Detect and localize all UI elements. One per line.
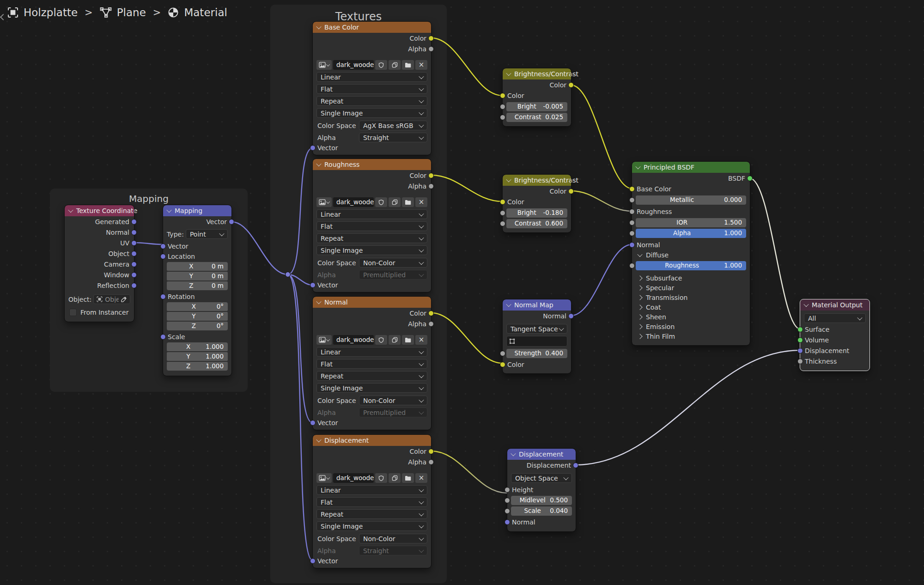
uv-output-socket[interactable] xyxy=(131,240,137,246)
normal-output-socket[interactable] xyxy=(568,313,574,319)
source-select[interactable]: Single Image xyxy=(316,108,427,118)
image-name-field[interactable]: dark_wooden_pl... xyxy=(333,473,374,483)
collapse-icon[interactable] xyxy=(506,302,511,307)
vector-input-socket[interactable] xyxy=(310,558,316,564)
color-output-socket[interactable] xyxy=(428,36,434,41)
bright-slider[interactable]: Bright-0.005 xyxy=(506,102,567,111)
copy-icon[interactable] xyxy=(389,60,401,70)
color-space-select[interactable]: Non-Color xyxy=(359,258,427,268)
normal-output-socket[interactable] xyxy=(131,230,137,235)
thickness-input-socket[interactable] xyxy=(797,359,803,364)
object-picker-field[interactable]: Objec xyxy=(93,294,130,304)
wire-roughness-to-brightcontrast2[interactable] xyxy=(431,175,503,201)
scale-slider[interactable]: Scale0.040 xyxy=(511,506,572,516)
reflection-output-socket[interactable] xyxy=(131,283,137,288)
node-normal-map[interactable]: Normal Map Normal Tangent Space Strength… xyxy=(503,299,571,373)
location-input-socket[interactable] xyxy=(160,254,166,259)
collapse-icon[interactable] xyxy=(316,24,321,29)
metallic-slider[interactable]: Metallic0.000 xyxy=(636,195,746,205)
diffuse-roughness-slider[interactable]: Roughness1.000 xyxy=(636,261,746,270)
collapse-icon[interactable] xyxy=(511,451,516,456)
fake-user-button[interactable] xyxy=(375,335,387,345)
contrast-slider[interactable]: Contrast0.600 xyxy=(506,219,567,228)
collapse-icon[interactable] xyxy=(506,71,511,76)
wire-disptex-to-displacement[interactable] xyxy=(431,451,507,493)
color-output-socket[interactable] xyxy=(428,173,434,178)
alpha-output-socket[interactable] xyxy=(428,459,434,465)
wire-basecolor-to-brightcontrast1[interactable] xyxy=(431,38,503,96)
node-mapping[interactable]: Mapping Vector Type: Point Vector Locati… xyxy=(163,205,231,376)
color-space-select[interactable]: AgX Base sRGB xyxy=(359,121,427,130)
node-material-output[interactable]: Material Output All Surface Volume Displ… xyxy=(800,299,869,371)
color-space-select[interactable]: Non-Color xyxy=(359,534,427,543)
scale-input-socket[interactable] xyxy=(160,334,166,340)
wire-normalmap-to-principled[interactable] xyxy=(571,244,632,316)
alpha-mode-select[interactable]: Premultiplied xyxy=(359,408,427,417)
panel-subsurface[interactable]: Subsurface xyxy=(632,273,750,283)
vector-input-socket[interactable] xyxy=(310,145,316,151)
contrast-input-socket[interactable] xyxy=(500,221,505,226)
mapping-type-select[interactable]: Point xyxy=(186,229,228,239)
ior-slider[interactable]: IOR1.500 xyxy=(636,218,746,227)
node-texture-coordinate[interactable]: Texture Coordinate Generated Normal UV O… xyxy=(65,205,134,322)
ior-input-socket[interactable] xyxy=(629,220,635,225)
projection-select[interactable]: Flat xyxy=(316,497,427,507)
wire-reroute-to-displacement-vector[interactable] xyxy=(288,274,313,561)
eyedropper-icon[interactable] xyxy=(121,296,127,302)
generated-output-socket[interactable] xyxy=(131,219,137,225)
scale-y-slider[interactable]: Y1.000 xyxy=(167,352,228,361)
color-output-socket[interactable] xyxy=(428,449,434,454)
midlevel-input-socket[interactable] xyxy=(505,498,510,503)
rotation-y-slider[interactable]: Y0° xyxy=(167,312,228,321)
collapse-icon[interactable] xyxy=(506,177,511,182)
alpha-input-socket[interactable] xyxy=(629,231,635,236)
folder-icon[interactable] xyxy=(402,197,414,207)
panel-diffuse[interactable]: Diffuse xyxy=(632,250,750,260)
node-header[interactable]: Principled BSDF xyxy=(632,162,750,173)
extension-select[interactable]: Repeat xyxy=(316,371,427,381)
object-output-socket[interactable] xyxy=(131,251,137,256)
color-output-socket[interactable] xyxy=(568,82,574,88)
midlevel-slider[interactable]: Midlevel0.500 xyxy=(511,496,572,505)
scale-x-slider[interactable]: X1.000 xyxy=(167,342,228,351)
node-header[interactable]: Normal xyxy=(313,297,431,308)
folder-icon[interactable] xyxy=(402,60,414,70)
node-brightness-contrast-2[interactable]: Brightness/Contrast Color Color Bright-0… xyxy=(503,175,571,232)
collapse-icon[interactable] xyxy=(166,207,171,213)
collapse-icon[interactable] xyxy=(803,302,808,307)
node-header[interactable]: Normal Map xyxy=(503,299,571,311)
vector-output-socket[interactable] xyxy=(229,219,234,225)
projection-select[interactable]: Flat xyxy=(316,359,427,369)
unlink-button[interactable]: × xyxy=(415,197,427,207)
collapse-icon[interactable] xyxy=(635,164,640,169)
wire-displacement-to-output[interactable] xyxy=(576,350,800,465)
source-select[interactable]: Single Image xyxy=(316,245,427,255)
panel-thin-film[interactable]: Thin Film xyxy=(632,331,750,341)
panel-coat[interactable]: Coat xyxy=(632,302,750,312)
node-image-texture-normal[interactable]: Normal Color Alpha dark_wooden_pl... xyxy=(313,297,431,430)
rotation-x-slider[interactable]: X0° xyxy=(167,302,228,311)
bright-input-socket[interactable] xyxy=(500,210,505,216)
rotation-input-socket[interactable] xyxy=(160,294,166,299)
node-image-texture-base-color[interactable]: Base Color Color Alpha dark_wooden_pl... xyxy=(313,22,431,155)
color-input-socket[interactable] xyxy=(500,199,505,205)
location-x-slider[interactable]: X0 m xyxy=(167,262,228,271)
node-header[interactable]: Displacement xyxy=(507,449,576,460)
bright-slider[interactable]: Bright-0.180 xyxy=(506,208,567,218)
normal-input-socket[interactable] xyxy=(505,519,510,525)
node-header[interactable]: Brightness/Contrast xyxy=(503,68,571,79)
image-name-field[interactable]: dark_wooden_pl... xyxy=(333,197,374,207)
alpha-output-socket[interactable] xyxy=(428,46,434,52)
vector-input-socket[interactable] xyxy=(310,282,316,288)
color-input-socket[interactable] xyxy=(500,362,505,367)
wire-brightcontrast1-to-principled[interactable] xyxy=(571,85,632,189)
alpha-mode-select[interactable]: Straight xyxy=(359,546,427,555)
color-input-socket[interactable] xyxy=(500,93,505,98)
scale-z-slider[interactable]: Z1.000 xyxy=(167,362,228,371)
extension-select[interactable]: Repeat xyxy=(316,233,427,243)
node-brightness-contrast-1[interactable]: Brightness/Contrast Color Color Bright-0… xyxy=(503,68,571,126)
displacement-input-socket[interactable] xyxy=(797,348,803,353)
image-datablock-button[interactable] xyxy=(316,473,332,483)
collapse-icon[interactable] xyxy=(316,299,321,304)
source-select[interactable]: Single Image xyxy=(316,521,427,531)
